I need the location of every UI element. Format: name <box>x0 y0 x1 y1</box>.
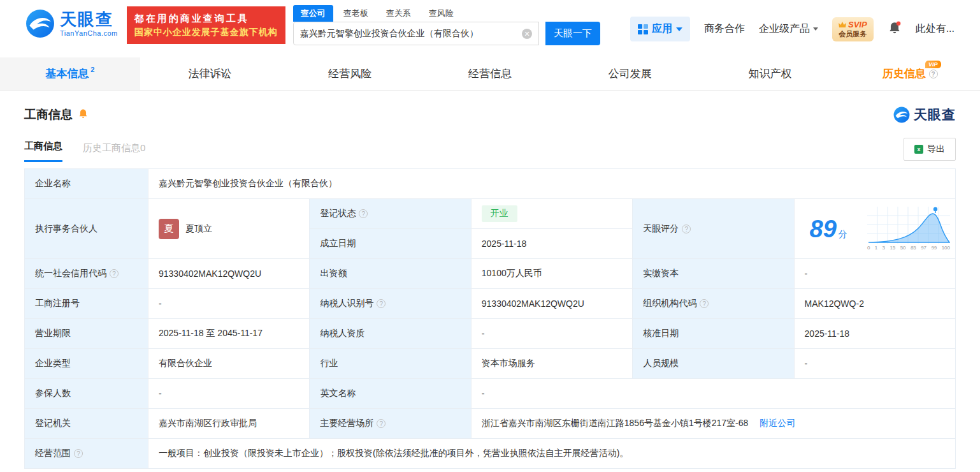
status-badge: 开业 <box>482 205 517 222</box>
partner-cell: 夏 夏顶立 <box>148 199 310 259</box>
tab-label: 基本信息 <box>45 66 89 81</box>
business-term-value: 2025-11-18 至 2045-11-17 <box>148 319 310 349</box>
search-button[interactable]: 天眼一下 <box>545 22 600 45</box>
table-row: 企业类型 有限合伙企业 行业 资本市场服务 人员规模 - <box>25 349 956 379</box>
score-value: 89分 <box>800 217 847 241</box>
score-axis-ticks: 01 315 5085 9799 100 <box>867 245 950 251</box>
tab-intellectual-property[interactable]: 知识产权 <box>700 57 840 90</box>
search-tab-boss[interactable]: 查老板 <box>336 5 376 22</box>
paid-capital-value: - <box>794 259 955 289</box>
search-box: ✕ <box>293 22 539 45</box>
reg-number-value: - <box>148 289 310 319</box>
field-label-text: 纳税人识别号 <box>320 298 373 309</box>
excel-icon: x <box>914 145 923 154</box>
svip-label: SVIP <box>848 20 867 30</box>
crown-icon <box>839 22 846 28</box>
field-label: 执行事务合伙人 <box>25 199 148 259</box>
search-tab-company[interactable]: 查公司 <box>293 5 333 22</box>
table-row: 工商注册号 - 纳税人识别号 91330402MAK12QWQ2U 组织机构代码… <box>25 289 956 319</box>
credit-code-value: 91330402MAK12QWQ2U <box>148 259 310 289</box>
avatar[interactable]: 夏 <box>159 219 179 239</box>
help-icon[interactable] <box>359 209 368 218</box>
header: 天眼查 TianYanCha.com 都在用的商业查询工具 国家中小企业发展子基… <box>0 0 980 56</box>
watermark-logo: 天眼查 <box>893 106 956 124</box>
tianyancha-logo[interactable]: 天眼查 TianYanCha.com <box>25 9 118 38</box>
brand-domain: TianYanCha.com <box>60 29 118 37</box>
notification-bell-icon[interactable] <box>888 21 902 38</box>
apps-label: 应用 <box>652 22 672 36</box>
field-label: 营业期限 <box>25 319 148 349</box>
help-icon[interactable] <box>700 299 709 308</box>
tab-basic-info[interactable]: 基本信息 2 <box>0 57 140 90</box>
english-name-value: - <box>471 379 955 409</box>
subtab-history-business-info[interactable]: 历史工商信息0 <box>83 142 145 162</box>
header-right: 应用 商务合作 企业级产品 SVIP 会员服务 此处有... <box>630 17 955 41</box>
table-row: 经营范围 一般项目：创业投资（限投资未上市企业）；股权投资(除依法须经批准的项目… <box>25 439 956 469</box>
field-label: 出资额 <box>310 259 471 289</box>
eye-logo-icon <box>893 107 910 123</box>
capital-value: 10100万人民币 <box>471 259 632 289</box>
chevron-down-icon <box>676 27 682 31</box>
field-label: 天眼评分 <box>633 199 794 259</box>
nearby-companies-link[interactable]: 附近公司 <box>760 418 795 428</box>
help-icon[interactable] <box>377 299 386 308</box>
field-label: 纳税人识别号 <box>310 289 471 319</box>
field-label: 核准日期 <box>633 319 794 349</box>
business-scope-value: 一般项目：创业投资（限投资未上市企业）；股权投资(除依法须经批准的项目外，凭营业… <box>148 439 956 469</box>
tab-legal[interactable]: 法律诉讼 <box>140 57 280 90</box>
export-button[interactable]: x 导出 <box>904 138 956 161</box>
field-label: 英文名称 <box>310 379 471 409</box>
subscribe-bell-icon[interactable] <box>78 108 89 122</box>
table-row: 参保人数 - 英文名称 - <box>25 379 956 409</box>
address-value: 浙江省嘉兴市南湖区东栅街道南江路1856号基金小镇1号楼217室-68 <box>482 418 749 428</box>
partner-name[interactable]: 夏顶立 <box>185 223 212 235</box>
help-icon[interactable] <box>377 419 386 428</box>
address-cell: 浙江省嘉兴市南湖区东栅街道南江路1856号基金小镇1号楼217室-68 附近公司 <box>471 409 955 439</box>
tab-company-development[interactable]: 公司发展 <box>560 57 700 90</box>
search-area: 查公司 查老板 查关系 查风险 ✕ 天眼一下 <box>293 5 600 45</box>
user-profile[interactable]: 此处有... <box>916 22 955 36</box>
field-label: 统一社会信用代码 <box>25 259 148 289</box>
subtab-business-info[interactable]: 工商信息 <box>24 140 62 162</box>
field-label: 工商注册号 <box>25 289 148 319</box>
apps-button[interactable]: 应用 <box>630 17 690 41</box>
help-icon[interactable] <box>110 269 119 278</box>
watermark-text: 天眼查 <box>914 106 956 124</box>
status-cell: 开业 <box>471 199 632 229</box>
enterprise-products-label: 企业级产品 <box>759 22 810 36</box>
score-cell: 89分 <box>794 199 955 259</box>
industry-value: 资本市场服务 <box>471 349 632 379</box>
help-icon[interactable] <box>74 449 83 458</box>
search-tab-relation[interactable]: 查关系 <box>378 5 419 22</box>
search-tabs: 查公司 查老板 查关系 查风险 <box>293 5 600 22</box>
business-info-table: 企业名称 嘉兴黔元智擎创业投资合伙企业（有限合伙） 执行事务合伙人 夏 夏顶立 … <box>24 168 956 469</box>
help-icon[interactable] <box>682 225 691 233</box>
approval-date-value: 2025-11-18 <box>794 319 955 349</box>
field-label: 纳税人资质 <box>310 319 471 349</box>
help-icon[interactable] <box>929 70 938 78</box>
field-label-text: 天眼评分 <box>643 223 679 235</box>
field-label-text: 经营范围 <box>35 448 71 459</box>
search-input[interactable] <box>300 29 522 39</box>
tab-operation-risk[interactable]: 经营风险 <box>280 57 420 90</box>
taxpayer-id-value: 91330402MAK12QWQ2U <box>471 289 632 319</box>
biz-cooperation-link[interactable]: 商务合作 <box>704 22 745 36</box>
table-row: 登记机关 嘉兴市南湖区行政审批局 主要经营场所 浙江省嘉兴市南湖区东栅街道南江路… <box>25 409 956 439</box>
svip-badge[interactable]: SVIP 会员服务 <box>832 17 874 41</box>
clear-icon[interactable]: ✕ <box>522 29 532 39</box>
search-tab-risk[interactable]: 查风险 <box>421 5 461 22</box>
svip-sublabel: 会员服务 <box>839 30 867 39</box>
field-label-text: 登记状态 <box>320 208 356 219</box>
field-label: 成立日期 <box>310 229 471 259</box>
brand-name: 天眼查 <box>60 11 118 27</box>
tab-history-info[interactable]: VIP 历史信息 <box>840 57 980 90</box>
field-label: 组织机构代码 <box>633 289 794 319</box>
enterprise-products-link[interactable]: 企业级产品 <box>759 22 818 36</box>
field-label: 企业类型 <box>25 349 148 379</box>
promo-line1: 都在用的商业查询工具 <box>134 11 278 26</box>
company-name-value: 嘉兴黔元智擎创业投资合伙企业（有限合伙） <box>148 169 956 199</box>
chevron-down-icon <box>813 27 818 31</box>
field-label: 登记机关 <box>25 409 148 439</box>
tab-operation-info[interactable]: 经营信息 <box>420 57 560 90</box>
field-label: 行业 <box>310 349 471 379</box>
